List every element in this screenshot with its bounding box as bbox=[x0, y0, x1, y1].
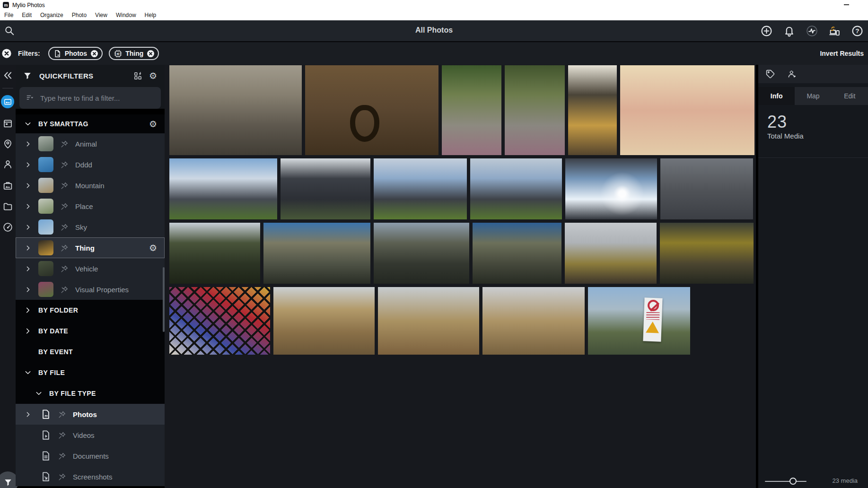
menu-item-photo[interactable]: Photo bbox=[68, 12, 91, 18]
menu-item-edit[interactable]: Edit bbox=[18, 12, 36, 18]
add-media-icon[interactable] bbox=[761, 25, 772, 37]
minimize-button[interactable] bbox=[844, 4, 849, 5]
photo-tile[interactable] bbox=[273, 287, 375, 355]
photo-tile[interactable] bbox=[169, 287, 270, 355]
filter-chip-photos[interactable]: Photos bbox=[48, 47, 103, 60]
smarttag-item-place[interactable]: Place bbox=[16, 196, 165, 217]
photo-tile[interactable] bbox=[263, 223, 370, 284]
photo-tile[interactable] bbox=[169, 223, 260, 284]
smarttag-item-settings-icon[interactable]: ⚙ bbox=[149, 244, 157, 253]
menu-item-view[interactable]: View bbox=[91, 12, 112, 18]
photo-tile[interactable] bbox=[374, 158, 467, 219]
photo-tile[interactable] bbox=[565, 223, 657, 284]
photo-tile[interactable] bbox=[305, 65, 438, 155]
section-by-folder[interactable]: BY FOLDER bbox=[16, 300, 165, 321]
face-recognition-icon[interactable] bbox=[787, 69, 797, 79]
photo-tile[interactable] bbox=[482, 287, 585, 355]
pin-icon[interactable] bbox=[61, 286, 69, 294]
chevron-right-icon[interactable] bbox=[25, 411, 31, 418]
activity-icon[interactable] bbox=[806, 25, 818, 37]
chevron-right-icon[interactable] bbox=[25, 266, 31, 272]
tag-icon[interactable] bbox=[765, 69, 775, 79]
quickfilters-settings-icon[interactable]: ⚙ bbox=[149, 71, 157, 80]
filetype-item-screenshots[interactable]: Screenshots bbox=[16, 466, 165, 486]
pin-icon[interactable] bbox=[61, 140, 69, 148]
collapse-sidebar-icon[interactable] bbox=[3, 70, 13, 80]
photo-tile[interactable] bbox=[568, 65, 617, 155]
smarttag-item-dddd[interactable]: Dddd bbox=[16, 154, 165, 175]
nav-folders-icon[interactable] bbox=[3, 201, 13, 211]
chevron-right-icon[interactable] bbox=[25, 245, 31, 251]
section-by-event[interactable]: BY EVENT bbox=[16, 341, 165, 362]
photo-tile[interactable] bbox=[588, 287, 690, 355]
photo-tile[interactable] bbox=[169, 158, 277, 219]
pin-icon[interactable] bbox=[58, 410, 66, 418]
pin-icon[interactable] bbox=[58, 452, 66, 460]
photo-tile[interactable] bbox=[374, 223, 469, 284]
photo-tile[interactable] bbox=[169, 65, 302, 155]
chevron-right-icon[interactable] bbox=[25, 287, 31, 293]
chevron-right-icon[interactable] bbox=[25, 162, 31, 168]
pin-icon[interactable] bbox=[61, 265, 69, 273]
pin-icon[interactable] bbox=[61, 161, 69, 169]
nav-calendar-icon[interactable] bbox=[3, 118, 13, 128]
chevron-right-icon[interactable] bbox=[25, 183, 31, 189]
invert-results-button[interactable]: Invert Results bbox=[820, 50, 864, 57]
pin-icon[interactable] bbox=[58, 431, 66, 439]
smart-filters-icon[interactable] bbox=[133, 71, 142, 80]
filetype-item-photos[interactable]: Photos bbox=[16, 404, 165, 425]
smarttag-settings-icon[interactable]: ⚙ bbox=[149, 120, 157, 129]
smarttag-item-animal[interactable]: Animal bbox=[16, 133, 165, 154]
photo-tile[interactable] bbox=[660, 223, 754, 284]
photo-tile[interactable] bbox=[378, 287, 479, 355]
menu-item-window[interactable]: Window bbox=[112, 12, 140, 18]
photo-tile[interactable] bbox=[620, 65, 754, 155]
photo-tile[interactable] bbox=[660, 158, 753, 219]
tab-map[interactable]: Map bbox=[795, 87, 831, 105]
help-icon[interactable]: ? bbox=[851, 25, 863, 37]
nav-people-icon[interactable] bbox=[3, 159, 13, 169]
photo-tile[interactable] bbox=[281, 158, 370, 219]
photo-tile[interactable] bbox=[473, 223, 561, 284]
chevron-right-icon[interactable] bbox=[25, 224, 31, 230]
filetype-item-documents[interactable]: Documents bbox=[16, 445, 165, 466]
pin-icon[interactable] bbox=[61, 223, 69, 231]
smarttag-item-sky[interactable]: Sky bbox=[16, 217, 165, 237]
section-by-smarttag[interactable]: BY SMARTTAG ⚙ bbox=[16, 114, 165, 133]
nav-albums-icon[interactable] bbox=[3, 181, 13, 191]
remove-filter-icon[interactable] bbox=[90, 50, 98, 58]
nav-dashboard-icon[interactable] bbox=[3, 222, 13, 232]
filetype-item-videos[interactable]: Videos bbox=[16, 425, 165, 445]
nav-map-icon[interactable] bbox=[3, 139, 13, 149]
chevron-right-icon[interactable] bbox=[25, 141, 31, 147]
filter-search-box[interactable] bbox=[19, 87, 161, 109]
clear-all-filters-button[interactable] bbox=[1, 48, 12, 59]
section-by-file-type[interactable]: BY FILE TYPE bbox=[16, 383, 165, 404]
tab-edit[interactable]: Edit bbox=[832, 87, 868, 105]
photo-tile[interactable] bbox=[442, 65, 501, 155]
slider-handle[interactable] bbox=[789, 478, 797, 485]
section-by-date[interactable]: BY DATE bbox=[16, 321, 165, 341]
notifications-bell-icon[interactable] bbox=[783, 25, 795, 37]
smarttag-item-vehicle[interactable]: Vehicle bbox=[16, 258, 165, 279]
smarttag-item-visual-properties[interactable]: Visual Properties bbox=[16, 279, 165, 300]
photo-tile[interactable] bbox=[505, 65, 565, 155]
devices-sync-icon[interactable] bbox=[829, 25, 841, 37]
pin-icon[interactable] bbox=[58, 473, 66, 481]
smarttag-item-mountain[interactable]: Mountain bbox=[16, 175, 165, 196]
nav-all-photos[interactable] bbox=[1, 95, 14, 108]
menu-item-help[interactable]: Help bbox=[140, 12, 161, 18]
tab-info[interactable]: Info bbox=[758, 87, 795, 105]
pin-icon[interactable] bbox=[61, 182, 69, 190]
photo-tile[interactable] bbox=[470, 158, 562, 219]
remove-filter-icon[interactable] bbox=[147, 50, 155, 58]
section-by-file[interactable]: BY FILE bbox=[16, 362, 165, 383]
filter-chip-thing[interactable]: aiThing bbox=[109, 47, 159, 60]
thumbnail-size-slider[interactable] bbox=[765, 481, 807, 482]
menu-item-organize[interactable]: Organize bbox=[36, 12, 68, 18]
pin-icon[interactable] bbox=[61, 244, 69, 252]
menu-item-file[interactable]: File bbox=[0, 12, 18, 18]
pin-icon[interactable] bbox=[61, 202, 69, 210]
smarttag-item-thing[interactable]: Thing⚙ bbox=[16, 237, 165, 258]
chevron-right-icon[interactable] bbox=[25, 203, 31, 209]
